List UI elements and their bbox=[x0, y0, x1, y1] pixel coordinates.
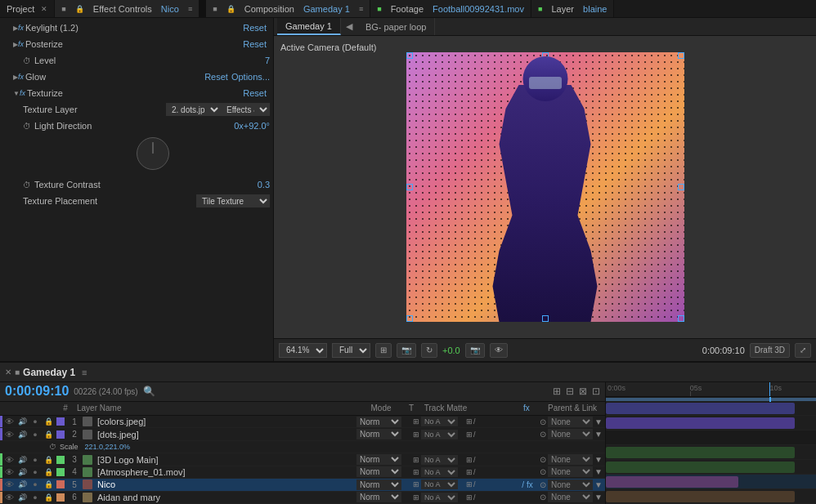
layer-1-solo[interactable]: ● bbox=[29, 417, 42, 426]
zoom-select[interactable]: 64.1% bbox=[279, 343, 327, 358]
layer-6-parent-arrow[interactable]: ▼ bbox=[594, 493, 603, 502]
layer-3-lock[interactable]: 🔒 bbox=[42, 456, 55, 464]
layer-5-track-sel[interactable]: No A bbox=[421, 479, 458, 489]
layer-4-audio[interactable]: 🔊 bbox=[16, 468, 29, 476]
layer-2-track-sel[interactable]: No A bbox=[421, 430, 458, 439]
fit-button[interactable]: ⊞ bbox=[375, 343, 392, 358]
comp-tab-gameday1[interactable]: Gameday 1 bbox=[277, 18, 341, 35]
layer-4-parent-sel[interactable]: None bbox=[548, 466, 593, 477]
clip-2[interactable] bbox=[606, 417, 795, 429]
layer-2-transform-icon[interactable]: ⊞ bbox=[466, 430, 473, 439]
layer-4-parent-arrow[interactable]: ▼ bbox=[594, 467, 603, 476]
layer-5-lock[interactable]: 🔒 bbox=[42, 480, 55, 488]
layer-1-pencil[interactable]: / bbox=[473, 417, 476, 426]
scale-stopwatch[interactable]: ⏱ bbox=[49, 443, 56, 451]
layer-6-track-sel[interactable]: No A bbox=[421, 493, 458, 502]
layer-4-mode[interactable]: Norm bbox=[356, 466, 401, 477]
layer-1-vis[interactable]: 👁 bbox=[2, 417, 16, 426]
layer-2-lock[interactable]: 🔒 bbox=[42, 430, 55, 439]
handle-mid-right[interactable] bbox=[678, 184, 684, 190]
layer-6-audio[interactable]: 🔊 bbox=[16, 493, 29, 502]
layer-1-parent-arrow[interactable]: ▼ bbox=[594, 417, 603, 426]
layer-5-audio[interactable]: 🔊 bbox=[16, 480, 29, 488]
clip-6[interactable] bbox=[606, 491, 795, 502]
layer-1-transform-icon[interactable]: ⊞ bbox=[466, 417, 473, 426]
layer-4-vis[interactable]: 👁 bbox=[2, 467, 16, 477]
layer-5-vis[interactable]: 👁 bbox=[2, 479, 16, 489]
texturize-expand[interactable]: ▼ bbox=[13, 90, 20, 97]
expand-button[interactable]: ⤢ bbox=[795, 343, 811, 358]
glow-options[interactable]: Options... bbox=[231, 72, 270, 82]
layer-4-track-sel[interactable]: No A bbox=[421, 467, 458, 477]
texture-layer-effects-select[interactable]: Effects & bbox=[221, 103, 270, 116]
light-direction-value[interactable]: 0x+92.0° bbox=[234, 121, 270, 131]
timeline-menu[interactable]: ≡ bbox=[82, 368, 87, 377]
keylight-reset[interactable]: Reset bbox=[243, 23, 267, 33]
scale-value[interactable]: 221.0,221.0% bbox=[85, 443, 131, 451]
composition-tab-menu[interactable]: ≡ bbox=[359, 5, 363, 13]
layer-3-transform-icon[interactable]: ⊞ bbox=[466, 456, 473, 464]
footage-tab[interactable]: ■ Footage Football00992431.mov bbox=[370, 0, 531, 17]
timeline-collapse[interactable]: ✕ bbox=[5, 368, 11, 377]
layer-4-transform-icon[interactable]: ⊞ bbox=[466, 468, 473, 476]
layer-3-parent-arrow[interactable]: ▼ bbox=[594, 455, 603, 464]
texture-contrast-value[interactable]: 0.3 bbox=[258, 180, 270, 190]
texture-layer-select[interactable]: 2. dots.jp bbox=[166, 103, 221, 116]
quality-select[interactable]: Full bbox=[332, 343, 370, 358]
light-direction-dial[interactable] bbox=[137, 137, 169, 170]
layer-3-parent-sel[interactable]: None bbox=[548, 454, 593, 465]
clip-5[interactable] bbox=[606, 476, 738, 488]
layer-5-parent-sel[interactable]: None bbox=[548, 479, 593, 490]
layer-3-audio[interactable]: 🔊 bbox=[16, 456, 29, 464]
comp-tab-bg[interactable]: BG- paper loop bbox=[357, 18, 436, 35]
comp-tab-arrow[interactable]: ◀ bbox=[343, 21, 356, 32]
handle-top-right[interactable] bbox=[678, 52, 684, 59]
layer-3-vis[interactable]: 👁 bbox=[2, 455, 16, 465]
layer-2-solo[interactable]: ● bbox=[29, 430, 42, 439]
eye-button[interactable]: 👁 bbox=[490, 343, 508, 358]
layer-4-solo[interactable]: ● bbox=[29, 468, 42, 476]
light-direction-stopwatch[interactable]: ⏱ bbox=[23, 122, 31, 131]
layer-3-pencil[interactable]: / bbox=[473, 456, 476, 464]
layer-5-pencil[interactable]: / bbox=[473, 480, 476, 488]
layer-1-mode[interactable]: Norm bbox=[356, 417, 401, 427]
handle-bottom-right[interactable] bbox=[678, 315, 684, 322]
tl-toolbar-btn-4[interactable]: ⊡ bbox=[592, 386, 600, 397]
texturize-reset[interactable]: Reset bbox=[243, 88, 267, 98]
clip-3[interactable] bbox=[606, 447, 795, 458]
layer-6-parent-sel[interactable]: None bbox=[548, 492, 593, 502]
layer-6-pencil[interactable]: / bbox=[473, 493, 476, 502]
project-tab[interactable]: Project ✕ bbox=[0, 0, 55, 17]
texture-placement-select[interactable]: Tile Texture bbox=[196, 194, 270, 207]
texture-contrast-stopwatch[interactable]: ⏱ bbox=[23, 181, 31, 190]
effect-controls-tab[interactable]: ■ 🔒 Effect Controls Nico ≡ bbox=[55, 0, 200, 17]
search-icon-btn[interactable]: 🔍 bbox=[143, 386, 155, 397]
handle-mid-left[interactable] bbox=[406, 184, 413, 190]
layer-1-lock[interactable]: 🔒 bbox=[42, 417, 55, 426]
handle-mid-bottom[interactable] bbox=[542, 315, 549, 322]
tl-toolbar-btn-2[interactable]: ⊟ bbox=[566, 386, 574, 397]
tl-toolbar-btn-1[interactable]: ⊞ bbox=[553, 386, 561, 397]
clip-1[interactable] bbox=[606, 403, 795, 414]
level-value[interactable]: 7 bbox=[265, 56, 270, 65]
project-tab-close[interactable]: ✕ bbox=[41, 5, 47, 13]
snapshot-button[interactable]: 📷 bbox=[397, 343, 416, 358]
effect-controls-tab-menu[interactable]: ≡ bbox=[188, 5, 192, 13]
3d-render-button[interactable]: Draft 3D bbox=[750, 343, 790, 358]
layer-3-mode[interactable]: Norm bbox=[356, 454, 401, 465]
layer-6-lock[interactable]: 🔒 bbox=[42, 493, 55, 502]
layer-3-solo[interactable]: ● bbox=[29, 456, 42, 464]
camera-button[interactable]: 📷 bbox=[465, 343, 485, 358]
layer-2-vis[interactable]: 👁 bbox=[2, 430, 16, 439]
layer-4-pencil[interactable]: / bbox=[473, 468, 476, 476]
layer-5-mode[interactable]: Norm bbox=[356, 479, 401, 490]
layer-2-parent-arrow[interactable]: ▼ bbox=[594, 430, 603, 439]
layer-2-parent-sel[interactable]: None bbox=[548, 429, 593, 439]
layer-5-parent-arrow[interactable]: ▼ bbox=[594, 480, 603, 489]
handle-top-left[interactable] bbox=[406, 52, 413, 59]
layer-2-mode[interactable]: Norm bbox=[356, 429, 401, 439]
level-stopwatch[interactable]: ⏱ bbox=[23, 56, 31, 65]
tl-toolbar-btn-3[interactable]: ⊠ bbox=[579, 386, 587, 397]
timeline-current-time[interactable]: 0:00:09:10 bbox=[5, 384, 69, 399]
layer-4-lock[interactable]: 🔒 bbox=[42, 468, 55, 476]
